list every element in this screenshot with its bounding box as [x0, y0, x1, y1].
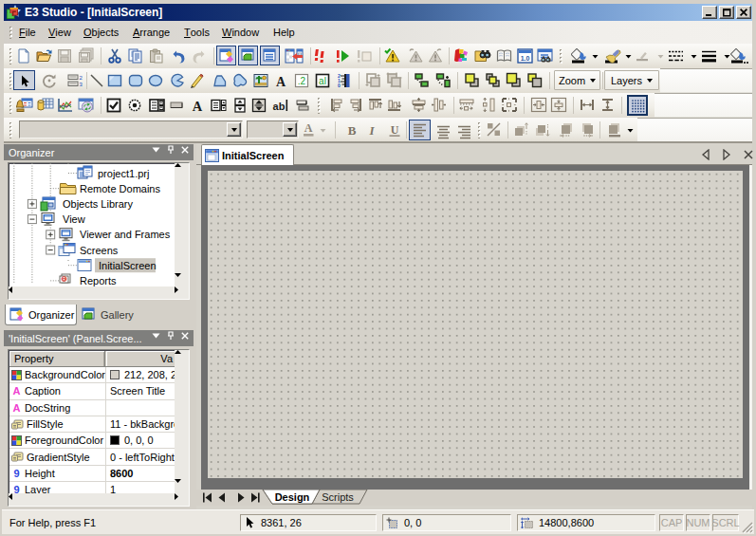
svg-text:InitialScreen: InitialScreen	[99, 260, 157, 271]
svg-text:ab: ab	[273, 101, 286, 112]
svg-text:0: 0	[338, 83, 341, 88]
svg-text:U: U	[391, 123, 399, 137]
svg-text:A: A	[276, 75, 286, 89]
svg-text:Design: Design	[275, 491, 310, 503]
svg-text:A: A	[193, 99, 203, 114]
svg-text:al: al	[319, 76, 326, 86]
svg-text:Objects Library: Objects Library	[63, 198, 133, 210]
svg-text:Viewer and Frames: Viewer and Frames	[80, 229, 171, 240]
svg-text:project1.prj: project1.prj	[98, 168, 149, 179]
svg-text:.2: .2	[298, 76, 306, 86]
svg-text:Reports: Reports	[80, 275, 117, 286]
svg-text:A: A	[304, 121, 313, 135]
svg-text:3: 3	[80, 82, 83, 87]
svg-text:Remote Domains: Remote Domains	[80, 183, 160, 194]
svg-text:B: B	[348, 123, 357, 138]
svg-text:Scripts: Scripts	[322, 491, 354, 503]
svg-text:2: 2	[80, 75, 83, 81]
svg-text:View: View	[63, 213, 85, 225]
svg-text:Screens: Screens	[80, 245, 119, 256]
svg-text:1.0: 1.0	[521, 55, 530, 62]
svg-text:R: R	[63, 276, 66, 282]
svg-text:I: I	[368, 123, 375, 138]
